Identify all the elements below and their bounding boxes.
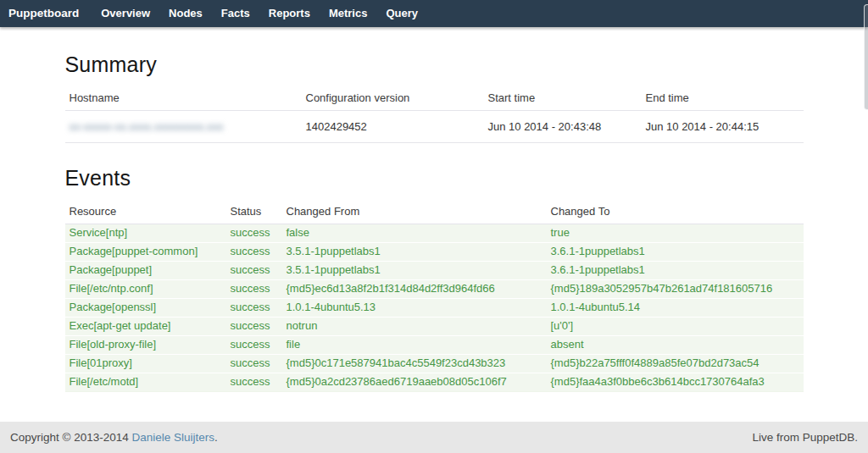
summary-col-end-time: End time bbox=[642, 86, 804, 111]
start-time-cell: Jun 10 2014 - 20:43:48 bbox=[484, 111, 642, 143]
table-row: Exec[apt-get update] success notrun [u'0… bbox=[65, 318, 804, 336]
changed-to-cell: 1.0.1-4ubuntu5.14 bbox=[547, 299, 804, 318]
status-cell: success bbox=[226, 373, 282, 392]
status-cell: success bbox=[226, 355, 282, 373]
status-cell: success bbox=[226, 280, 282, 299]
summary-row: xx-xxxxx-xx.xxxx.xxxxxxxxx.xxx 140242945… bbox=[65, 111, 804, 143]
nav-item-facts[interactable]: Facts bbox=[212, 0, 259, 27]
summary-table: Hostname Configuration version Start tim… bbox=[65, 86, 804, 143]
resource-cell: File[/etc/motd] bbox=[65, 373, 226, 392]
status-cell: success bbox=[226, 262, 282, 280]
table-row: Package[puppet] success 3.5.1-1puppetlab… bbox=[65, 262, 804, 280]
changed-from-cell: file bbox=[282, 336, 547, 355]
events-heading: Events bbox=[65, 166, 804, 191]
changed-to-cell: [u'0'] bbox=[547, 318, 804, 336]
changed-from-cell: 1.0.1-4ubuntu5.13 bbox=[282, 299, 547, 318]
changed-from-cell: false bbox=[282, 224, 547, 243]
copyright-text: Copyright © 2013-2014 Daniele Sluijters. bbox=[10, 431, 218, 444]
resource-cell: Service[ntp] bbox=[65, 224, 226, 243]
changed-to-cell: 3.6.1-1puppetlabs1 bbox=[547, 262, 804, 280]
nav-item-overview[interactable]: Overview bbox=[92, 0, 159, 27]
changed-to-cell: {md5}b22a75fff0f4889a85fe07bd2d73ac54 bbox=[547, 355, 804, 373]
hostname-link[interactable]: xx-xxxxx-xx.xxxx.xxxxxxxxx.xxx bbox=[70, 120, 224, 133]
puppetdb-status-text: Live from PuppetDB. bbox=[752, 431, 858, 444]
status-cell: success bbox=[226, 243, 282, 262]
table-row: Package[openssl] success 1.0.1-4ubuntu5.… bbox=[65, 299, 804, 318]
events-col-changed-from: Changed From bbox=[282, 199, 547, 224]
summary-header-row: Hostname Configuration version Start tim… bbox=[65, 86, 804, 111]
top-navbar: Puppetboard Overview Nodes Facts Reports… bbox=[0, 0, 868, 27]
resource-cell: File[01proxy] bbox=[65, 355, 226, 373]
table-row: File[old-proxy-file] success file absent bbox=[65, 336, 804, 355]
events-table: Resource Status Changed From Changed To … bbox=[65, 199, 804, 392]
resource-cell: File[old-proxy-file] bbox=[65, 336, 226, 355]
resource-cell: File[/etc/ntp.conf] bbox=[65, 280, 226, 299]
table-row: File[/etc/motd] success {md5}0a2cd23786a… bbox=[65, 373, 804, 392]
nav-item-query[interactable]: Query bbox=[376, 0, 427, 27]
changed-to-cell: true bbox=[547, 224, 804, 243]
copyright-suffix: . bbox=[214, 431, 218, 444]
hostname-cell: xx-xxxxx-xx.xxxx.xxxxxxxxx.xxx bbox=[65, 111, 302, 143]
events-col-status: Status bbox=[226, 199, 282, 224]
changed-to-cell: absent bbox=[547, 336, 804, 355]
changed-to-cell: 3.6.1-1puppetlabs1 bbox=[547, 243, 804, 262]
nav-item-nodes[interactable]: Nodes bbox=[159, 0, 212, 27]
table-row: Package[puppet-common] success 3.5.1-1pu… bbox=[65, 243, 804, 262]
end-time-cell: Jun 10 2014 - 20:44:15 bbox=[642, 111, 804, 143]
events-col-changed-to: Changed To bbox=[547, 199, 804, 224]
status-cell: success bbox=[226, 224, 282, 243]
changed-from-cell: 3.5.1-1puppetlabs1 bbox=[282, 262, 547, 280]
resource-cell: Package[puppet] bbox=[65, 262, 226, 280]
status-cell: success bbox=[226, 299, 282, 318]
nav-item-reports[interactable]: Reports bbox=[259, 0, 320, 27]
scrollbar-thumb[interactable] bbox=[864, 4, 868, 110]
summary-col-hostname: Hostname bbox=[65, 86, 302, 111]
page-footer: Copyright © 2013-2014 Daniele Sluijters.… bbox=[0, 422, 868, 453]
changed-from-cell: notrun bbox=[282, 318, 547, 336]
author-link[interactable]: Daniele Sluijters bbox=[132, 431, 215, 444]
report-page: Summary Hostname Configuration version S… bbox=[65, 52, 804, 392]
summary-col-start-time: Start time bbox=[484, 86, 642, 111]
navbar-brand[interactable]: Puppetboard bbox=[0, 0, 92, 27]
table-row: File[/etc/ntp.conf] success {md5}ec6d13a… bbox=[65, 280, 804, 299]
table-row: File[01proxy] success {md5}0c171e587941b… bbox=[65, 355, 804, 373]
status-cell: success bbox=[226, 318, 282, 336]
changed-to-cell: {md5}189a3052957b47b261ad74f181605716 bbox=[547, 280, 804, 299]
table-row: Service[ntp] success false true bbox=[65, 224, 804, 243]
changed-to-cell: {md5}faa4a3f0bbe6c3b614bcc1730764afa3 bbox=[547, 373, 804, 392]
summary-heading: Summary bbox=[65, 52, 804, 77]
changed-from-cell: 3.5.1-1puppetlabs1 bbox=[282, 243, 547, 262]
resource-cell: Exec[apt-get update] bbox=[65, 318, 226, 336]
status-cell: success bbox=[226, 336, 282, 355]
changed-from-cell: {md5}0c171e587941bac4c5549f23cd43b323 bbox=[282, 355, 547, 373]
copyright-prefix: Copyright © 2013-2014 bbox=[10, 431, 132, 444]
events-col-resource: Resource bbox=[65, 199, 226, 224]
config-version-cell: 1402429452 bbox=[302, 111, 484, 143]
changed-from-cell: {md5}0a2cd23786aed6719aaeb08d05c106f7 bbox=[282, 373, 547, 392]
summary-col-config-version: Configuration version bbox=[302, 86, 484, 111]
resource-cell: Package[puppet-common] bbox=[65, 243, 226, 262]
changed-from-cell: {md5}ec6d13a8f2b1f314d84d2ff3d964fd66 bbox=[282, 280, 547, 299]
nav-item-metrics[interactable]: Metrics bbox=[320, 0, 377, 27]
events-header-row: Resource Status Changed From Changed To bbox=[65, 199, 804, 224]
resource-cell: Package[openssl] bbox=[65, 299, 226, 318]
